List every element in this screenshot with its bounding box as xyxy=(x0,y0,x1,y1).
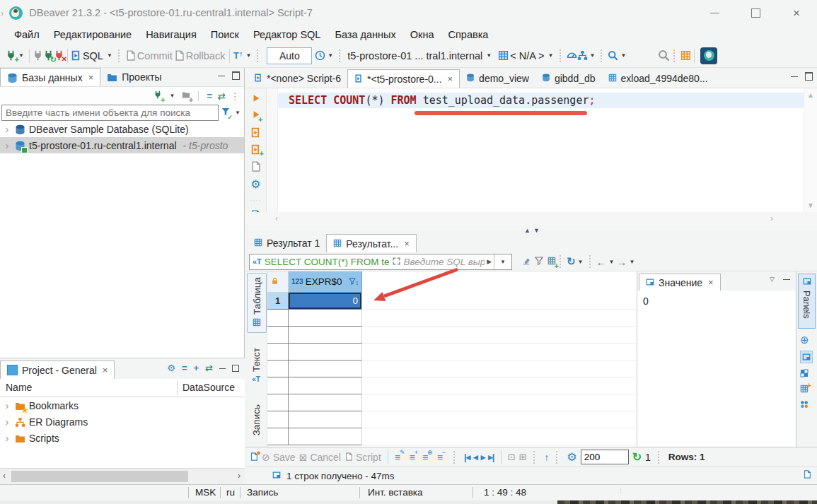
value-viewer-panel-icon[interactable] xyxy=(800,351,813,363)
save-button[interactable]: ⊘Save xyxy=(262,452,296,463)
filter-icon[interactable]: ✓ xyxy=(221,107,230,118)
close-tab-icon[interactable]: × xyxy=(448,74,453,84)
execute-script-icon[interactable] xyxy=(250,127,261,138)
data-search-icon[interactable] xyxy=(608,50,618,61)
menu-navigate[interactable]: Навигация xyxy=(139,29,204,40)
maximize-button[interactable] xyxy=(735,0,776,25)
dbeaver-perspective-button[interactable] xyxy=(700,47,717,64)
tab-demo-view[interactable]: demo_view xyxy=(460,69,535,88)
execute-script-new-icon[interactable]: + xyxy=(250,143,261,155)
save-filter-funnel-icon[interactable] xyxy=(535,257,543,267)
er-diagram-dropdown[interactable]: ▼ xyxy=(590,52,596,59)
transaction-log-icon[interactable] xyxy=(315,50,325,61)
sql-editor-button[interactable]: SQL xyxy=(83,50,103,61)
clear-filter-icon[interactable] xyxy=(522,257,531,267)
select-row-icon[interactable]: ⊞ xyxy=(518,452,526,462)
result-grid[interactable]: 123 EXPR$0 ↕ 1 0 xyxy=(267,271,658,447)
maximize-project-icon[interactable] xyxy=(232,365,239,372)
maximize-panel-icon[interactable] xyxy=(232,71,240,80)
grid-corner-cell[interactable] xyxy=(267,271,289,293)
caret-position-indicator[interactable]: 1 : 49 : 48 xyxy=(484,487,526,498)
sql-statement-line[interactable]: SELECT COUNT(*) FROM test_upload_data.pa… xyxy=(277,93,804,108)
close-databases-tab-icon[interactable]: × xyxy=(88,72,94,83)
nav-new-connection-dropdown[interactable]: ▼ xyxy=(169,93,175,99)
next-row-icon[interactable]: ▸ xyxy=(481,452,485,462)
tab-value[interactable]: Значение × xyxy=(639,274,721,291)
refresh-icon[interactable]: ↻ xyxy=(567,255,576,268)
tab-project-general[interactable]: Project - General × xyxy=(0,361,115,379)
tree-item-t5-prostore[interactable]: › t5-prostore-01.ru-central1.internal - … xyxy=(0,137,244,153)
filter-expand-arrow-icon[interactable]: ▶ xyxy=(487,258,492,265)
scroll-left-icon[interactable]: ‹ xyxy=(3,471,6,481)
link-with-editor-icon[interactable]: ⇄ xyxy=(217,90,225,102)
record-indicator[interactable]: Запись xyxy=(247,487,278,498)
expand-chevron-icon[interactable]: › xyxy=(3,416,11,428)
commit-button[interactable]: Commit xyxy=(137,50,173,61)
sql-editor[interactable]: + + ⚙ ···· ! SELECT COUNT(*) FROM test_u… xyxy=(245,88,817,212)
scroll-left-icon[interactable]: ‹ xyxy=(275,213,278,223)
project-hscrollbar[interactable]: ‹ › xyxy=(0,468,245,484)
transaction-mode-dropdown[interactable]: ▼ xyxy=(245,52,251,59)
language-indicator[interactable]: ru xyxy=(226,487,235,498)
tab-gibdd-db[interactable]: gibdd_db xyxy=(535,69,602,88)
row-number-cell[interactable]: 1 xyxy=(267,293,289,310)
prev-row-icon[interactable]: ◂ xyxy=(473,452,477,462)
reconnect-button[interactable]: ↻ xyxy=(43,50,54,61)
data-cell-selected[interactable]: 0 xyxy=(289,293,362,310)
execute-statement-icon[interactable] xyxy=(252,94,260,105)
schema-dropdown[interactable]: ▼ xyxy=(548,52,554,59)
scroll-right-icon[interactable]: › xyxy=(770,213,773,223)
new-folder-button[interactable]: + xyxy=(182,90,190,101)
editor-results-sash[interactable]: ▲▼ xyxy=(245,225,817,235)
fetch-next-icon[interactable]: ↻ xyxy=(632,450,642,464)
minimize-button[interactable] xyxy=(694,0,735,25)
calc-panel-icon[interactable] xyxy=(800,369,809,377)
object-search-input[interactable] xyxy=(1,105,219,121)
metadata-panel-icon[interactable]: + xyxy=(800,385,809,393)
explain-plan-icon[interactable] xyxy=(250,160,261,172)
grouping-panel-icon[interactable]: ⊕ xyxy=(800,334,809,346)
sash-collapse-icons[interactable]: ▲▼ xyxy=(524,227,543,234)
minimize-panel-icon[interactable] xyxy=(218,74,225,76)
panels-toggle[interactable]: Panels xyxy=(798,274,816,329)
column-filter-sort-icon[interactable]: ↕ xyxy=(349,276,359,287)
script-button[interactable]: Script xyxy=(344,452,381,463)
tab-databases[interactable]: Базы данных × xyxy=(0,68,100,86)
project-expand-icon[interactable]: + xyxy=(194,363,199,373)
presentation-tab-text[interactable]: Текст «T xyxy=(247,348,265,383)
project-item-bookmarks[interactable]: › ★ Bookmarks xyxy=(0,397,245,414)
export-resultset-icon[interactable]: ↑ xyxy=(544,452,549,463)
presentation-tab-grid[interactable]: Таблица xyxy=(247,273,267,333)
tab-result-1[interactable]: Результат 1 xyxy=(248,234,326,252)
close-project-tab-icon[interactable]: × xyxy=(103,365,108,375)
fetch-size-input[interactable] xyxy=(581,450,629,464)
view-menu-icon[interactable]: ⋮ xyxy=(231,90,241,102)
expand-chevron-icon[interactable]: › xyxy=(3,399,11,411)
menu-sql-editor[interactable]: Редактор SQL xyxy=(246,29,328,40)
project-item-er-diagrams[interactable]: › ER Diagrams xyxy=(0,414,245,430)
tab-script-6[interactable]: *<none> Script-6 xyxy=(248,69,347,88)
grid-row-1[interactable]: 1 0 xyxy=(267,293,658,310)
duplicate-row-icon[interactable]: ≡⊕ xyxy=(422,452,434,462)
nav-back-dropdown[interactable]: ▼ xyxy=(609,259,615,265)
dashboard-icon[interactable] xyxy=(567,50,577,61)
tab-script-7-active[interactable]: *<t5-prostore-0... × xyxy=(347,69,460,88)
filter-dropdown[interactable]: ▼ xyxy=(235,110,241,116)
editor-vscrollbar[interactable]: ▲ ▼ xyxy=(804,88,817,212)
editor-hscrollbar[interactable]: ‹ › xyxy=(245,212,817,225)
new-connection-dropdown[interactable]: ▼ xyxy=(18,52,24,59)
column-header-expr0[interactable]: 123 EXPR$0 ↕ xyxy=(289,271,362,293)
connect-button[interactable] xyxy=(33,50,43,61)
tab-projects[interactable]: Проекты xyxy=(100,68,168,86)
goto-row-icon[interactable]: ⊡ xyxy=(508,452,516,462)
grid-settings-gear-icon[interactable]: ⚙ xyxy=(567,450,576,464)
menu-edit[interactable]: Редактирование xyxy=(47,29,139,40)
quick-access-search-icon[interactable] xyxy=(658,49,670,61)
expand-chevron-icon[interactable]: › xyxy=(3,123,11,135)
commit-mode-combo[interactable]: Auto xyxy=(267,47,312,64)
collapse-all-icon[interactable]: = xyxy=(207,90,212,101)
project-settings-gear-icon[interactable]: ⚙ xyxy=(167,363,175,373)
tab-exload[interactable]: exload_4994de80... xyxy=(602,69,714,88)
menu-search[interactable]: Поиск xyxy=(204,29,246,40)
nav-back-icon[interactable]: ← xyxy=(596,256,607,268)
